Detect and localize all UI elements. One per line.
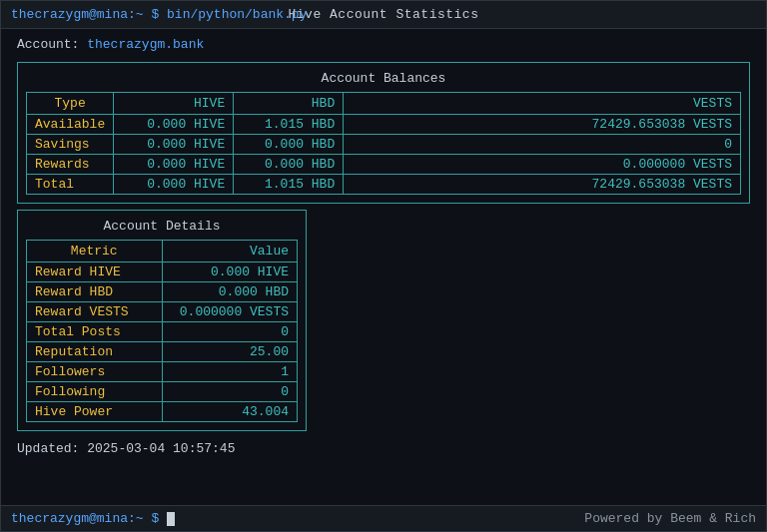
balances-cell: 1.015 HBD — [234, 175, 344, 195]
balances-row: Rewards0.000 HIVE0.000 HBD0.000000 VESTS — [27, 155, 741, 175]
balances-row: Available0.000 HIVE1.015 HBD72429.653038… — [27, 115, 741, 135]
balances-cell: 72429.653038 VESTS — [344, 175, 741, 195]
balances-title: Account Balances — [26, 71, 741, 86]
details-col-value: Value — [162, 241, 298, 263]
details-title: Account Details — [26, 219, 298, 234]
balances-header-row: Type HIVE HBD VESTS — [27, 93, 741, 115]
details-cell: Reward HBD — [27, 282, 163, 302]
balances-section: Account Balances Type HIVE HBD VESTS Ava… — [17, 62, 750, 204]
terminal-body: Account: thecrazygm.bank Account Balance… — [1, 29, 766, 505]
balances-row: Savings0.000 HIVE0.000 HBD0 — [27, 135, 741, 155]
balances-cell: 0 — [344, 135, 741, 155]
footer-prompt-user: thecrazygm@mina:~ $ — [11, 511, 159, 526]
balances-cell: 0.000000 VESTS — [344, 155, 741, 175]
details-row: Followers1 — [27, 362, 298, 382]
balances-cell: Savings — [27, 135, 114, 155]
title-bar-title: Hive Account Statistics — [289, 7, 479, 22]
updated-line: Updated: 2025-03-04 10:57:45 — [17, 441, 750, 456]
balances-cell: 1.015 HBD — [234, 115, 344, 135]
balances-cell: Total — [27, 175, 114, 195]
details-section: Account Details Metric Value Reward HIVE… — [17, 210, 307, 431]
details-cell: Hive Power — [27, 402, 163, 422]
details-col-metric: Metric — [27, 241, 163, 263]
details-cell: Reward VESTS — [27, 302, 163, 322]
balances-cell: 0.000 HIVE — [114, 135, 234, 155]
details-cell: 0 — [162, 322, 298, 342]
details-cell: 1 — [162, 362, 298, 382]
details-cell: Reputation — [27, 342, 163, 362]
details-cell: Followers — [27, 362, 163, 382]
title-statistics: Statistics — [395, 7, 478, 22]
footer-bar: thecrazygm@mina:~ $ Powered by Beem & Ri… — [1, 505, 766, 531]
balances-cell: Available — [27, 115, 114, 135]
balances-col-hbd: HBD — [234, 93, 344, 115]
title-bar-prompt: thecrazygm@mina:~ $ bin/python/bank.py — [11, 7, 307, 22]
account-label: Account: — [17, 37, 87, 52]
balances-col-type: Type — [27, 93, 114, 115]
details-cell: Following — [27, 382, 163, 402]
cursor — [167, 512, 175, 526]
details-row: Reward HIVE0.000 HIVE — [27, 263, 298, 282]
details-row: Reward HBD0.000 HBD — [27, 282, 298, 302]
account-name: thecrazygm.bank — [87, 37, 204, 52]
balances-cell: 0.000 HIVE — [114, 115, 234, 135]
balances-cell: 72429.653038 VESTS — [344, 115, 741, 135]
balances-cell: 0.000 HBD — [234, 155, 344, 175]
details-cell: 43.004 — [162, 402, 298, 422]
details-cell: 0.000 HIVE — [162, 263, 298, 282]
balances-col-vests: VESTS — [344, 93, 741, 115]
details-cell: 0 — [162, 382, 298, 402]
details-row: Reward VESTS0.000000 VESTS — [27, 302, 298, 322]
details-cell: 0.000000 VESTS — [162, 302, 298, 322]
account-line: Account: thecrazygm.bank — [17, 37, 750, 52]
balances-cell: 0.000 HIVE — [114, 155, 234, 175]
title-bar: thecrazygm@mina:~ $ bin/python/bank.py H… — [1, 1, 766, 29]
details-row: Reputation25.00 — [27, 342, 298, 362]
balances-cell: 0.000 HIVE — [114, 175, 234, 195]
balances-cell: Rewards — [27, 155, 114, 175]
powered-by: Powered by Beem & Rich — [584, 511, 756, 526]
details-row: Following0 — [27, 382, 298, 402]
details-table: Metric Value Reward HIVE0.000 HIVEReward… — [26, 240, 298, 422]
details-cell: Reward HIVE — [27, 263, 163, 282]
balances-cell: 0.000 HBD — [234, 135, 344, 155]
balances-table: Type HIVE HBD VESTS Available0.000 HIVE1… — [26, 92, 741, 195]
details-row: Hive Power43.004 — [27, 402, 298, 422]
details-header-row: Metric Value — [27, 241, 298, 263]
balances-col-hive: HIVE — [114, 93, 234, 115]
terminal-window: thecrazygm@mina:~ $ bin/python/bank.py H… — [0, 0, 767, 532]
balances-row: Total0.000 HIVE1.015 HBD72429.653038 VES… — [27, 175, 741, 195]
details-cell: 25.00 — [162, 342, 298, 362]
details-cell: Total Posts — [27, 322, 163, 342]
details-cell: 0.000 HBD — [162, 282, 298, 302]
title-account: Account — [330, 7, 395, 22]
details-row: Total Posts0 — [27, 322, 298, 342]
footer-prompt: thecrazygm@mina:~ $ — [11, 511, 175, 526]
